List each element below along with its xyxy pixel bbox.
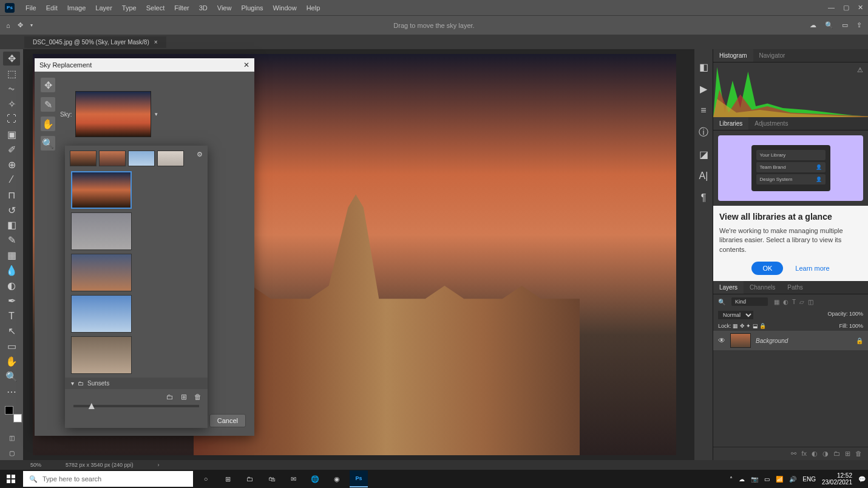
layer-row[interactable]: 👁 Background 🔒 [713,331,868,350]
dialog-move-tool[interactable]: ✥ [41,78,55,92]
color-swatches[interactable] [5,406,18,419]
wand-tool[interactable]: ✧ [3,97,20,111]
ok-button[interactable]: OK [751,262,783,275]
visibility-icon[interactable]: 👁 [718,336,725,345]
notifications-icon[interactable]: 💬 [858,476,866,483]
gear-icon[interactable]: ⚙ [197,151,203,166]
tray-volume-icon[interactable]: 🔊 [789,476,796,483]
sky-thumbnail[interactable] [71,171,132,209]
chevron-down-icon[interactable]: ▾ [155,111,158,117]
search-icon[interactable]: 🔍 [825,21,833,29]
thumbnail-zoom-slider[interactable] [65,405,208,407]
layer-thumbnail[interactable] [730,333,751,348]
store-icon[interactable]: 🛍 [262,470,280,487]
chevron-right-icon[interactable]: › [158,462,160,468]
mask-icon[interactable]: ◐ [812,450,818,458]
lock-icons[interactable]: ▦ ✥ ✦ ⬓ 🔒 [733,323,766,329]
sliders-icon[interactable]: ≡ [698,105,709,116]
sky-thumbnail[interactable] [71,295,132,333]
paint-tool[interactable]: ✎ [3,233,20,247]
sky-thumbnail[interactable] [71,212,132,250]
play-icon[interactable]: ▶ [698,83,709,94]
warning-icon[interactable]: ⚠ [857,66,863,74]
gradient-tool[interactable]: ▦ [3,248,20,262]
menu-image[interactable]: Image [63,4,91,12]
edge-icon[interactable]: 🌐 [306,470,324,487]
task-view-icon[interactable]: ⊞ [219,470,237,487]
blend-mode-select[interactable]: Normal [718,311,753,319]
sky-thumbnail[interactable] [71,254,132,291]
menu-help[interactable]: Help [302,4,325,12]
menu-type[interactable]: Type [117,4,141,12]
fx-icon[interactable]: fx [801,450,807,458]
new-layer-icon[interactable]: ⊞ [845,450,850,458]
dialog-zoom-tool[interactable]: 🔍 [41,136,55,151]
close-icon[interactable]: ✕ [243,61,249,69]
menu-select[interactable]: Select [141,4,170,12]
share-icon[interactable]: ⇪ [856,21,862,29]
history-brush-tool[interactable]: ↺ [3,203,20,217]
filter-shape-icon[interactable]: ▱ [799,299,804,305]
adjustment-icon[interactable]: ◑ [822,450,829,458]
dialog-hand-tool[interactable]: ✋ [41,117,55,131]
move-tool[interactable]: ✥ [3,52,20,66]
document-tab[interactable]: DSC_0045.jpg @ 50% (Sky, Layer Mask/8) × [24,36,166,48]
explorer-icon[interactable]: 🗀 [240,470,259,487]
crop-tool[interactable]: ⛶ [3,112,20,126]
menu-filter[interactable]: Filter [169,4,194,12]
tab-histogram[interactable]: Histogram [713,49,753,62]
dropdown-icon[interactable]: ▾ [30,22,33,28]
recent-sky-thumb[interactable] [157,151,184,166]
brush-tool[interactable]: ⁄ [3,173,20,187]
tray-meet-icon[interactable]: ▭ [764,476,770,483]
shape-tool[interactable]: ▭ [3,339,20,353]
menu-plugins[interactable]: Plugins [236,4,268,12]
filter-smart-icon[interactable]: ◫ [808,299,813,305]
cancel-button[interactable]: Cancel [209,414,246,427]
close-window-button[interactable]: ✕ [858,4,863,12]
layers-icon[interactable]: ◪ [698,149,709,160]
recent-sky-thumb[interactable] [99,151,126,166]
menu-layer[interactable]: Layer [90,4,117,12]
photoshop-taskbar-icon[interactable]: Ps [350,470,368,487]
taskbar-search[interactable]: 🔍 Type here to search [23,471,193,487]
cortana-icon[interactable]: ○ [197,470,215,487]
tab-close-icon[interactable]: × [154,39,158,46]
foreground-swatch[interactable] [5,406,13,415]
tab-navigator[interactable]: Navigator [753,49,792,62]
character-icon[interactable]: A| [698,171,709,181]
tab-adjustments[interactable]: Adjustments [748,117,794,130]
tray-lang[interactable]: ENG [802,476,816,483]
menu-view[interactable]: View [212,4,237,12]
type-tool[interactable]: T [3,309,20,323]
path-tool[interactable]: ↖ [3,324,20,338]
eraser-tool[interactable]: ◧ [3,218,20,232]
filter-adjust-icon[interactable]: ◐ [783,299,788,305]
tray-onedrive-icon[interactable]: ☁ [739,476,745,483]
mail-icon[interactable]: ✉ [284,470,302,487]
edit-toolbar[interactable]: ⋯ [3,385,20,399]
layer-name[interactable]: Background [756,337,788,344]
stamp-tool[interactable]: ⊓ [3,188,20,202]
hand-tool[interactable]: ✋ [3,354,20,368]
marquee-tool[interactable]: ⬚ [3,67,20,81]
tab-layers[interactable]: Layers [713,281,744,294]
background-swatch[interactable] [13,414,22,422]
frame-tool[interactable]: ▣ [3,127,20,141]
dialog-brush-tool[interactable]: ✎ [41,97,55,112]
dodge-tool[interactable]: ◐ [3,279,20,293]
trash-icon[interactable]: 🗑 [855,450,862,458]
filter-type-icon[interactable]: T [792,299,796,305]
sky-thumbnail[interactable] [71,336,132,374]
paragraph-icon[interactable]: ¶ [698,192,709,203]
workspace-icon[interactable]: ▭ [842,21,848,29]
zoom-tool[interactable]: 🔍 [3,370,20,384]
doc-dimensions[interactable]: 5782 px x 3540 px (240 ppi) [66,462,134,468]
quickmask-icon[interactable]: ◫ [3,431,20,445]
tab-paths[interactable]: Paths [781,281,809,294]
filter-pixel-icon[interactable]: ▦ [774,299,779,305]
tab-channels[interactable]: Channels [744,281,781,294]
layer-filter-input[interactable] [731,297,768,306]
maximize-button[interactable]: ▢ [843,4,849,12]
info-icon[interactable]: ⓘ [698,127,709,138]
